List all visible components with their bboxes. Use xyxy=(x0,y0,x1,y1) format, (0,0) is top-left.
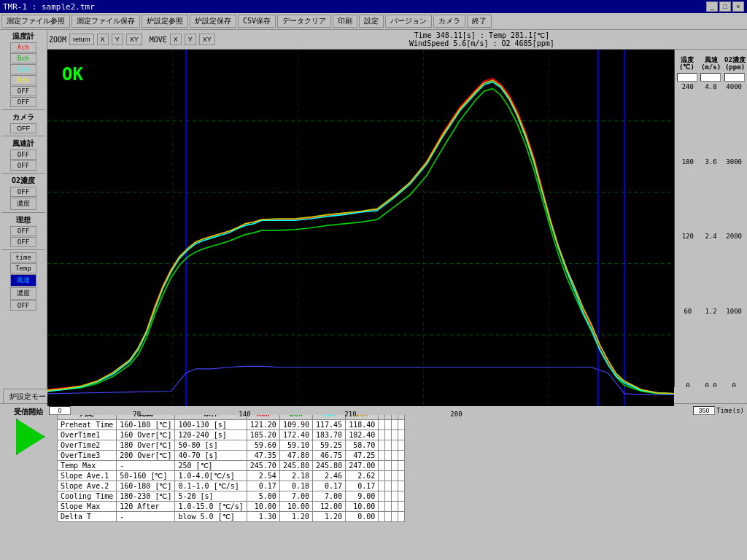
cell-extra xyxy=(398,471,405,481)
move-label: MOVE xyxy=(150,36,167,44)
chart-container[interactable]: OK xyxy=(47,50,674,406)
o2-top-input[interactable]: 5000 xyxy=(724,73,745,82)
wind-top-input[interactable]: 6.0 xyxy=(700,73,721,82)
chart-row: OK xyxy=(47,50,747,406)
titlebar-buttons: _ □ × xyxy=(706,1,744,12)
cell-ach: 5.00 xyxy=(247,491,279,502)
cell-cch: 245.80 xyxy=(313,461,346,471)
tick-row: 1803.63000 xyxy=(676,158,746,166)
move-y-button[interactable]: Y xyxy=(185,34,196,45)
menu-btn-炉設定参照[interactable]: 炉設定参照 xyxy=(142,15,188,28)
cch-button[interactable]: Cch xyxy=(10,64,36,74)
receive-section: 受信開始 xyxy=(3,407,54,559)
cell-dch: 247.00 xyxy=(346,461,379,471)
menu-btn-設定[interactable]: 設定 xyxy=(359,15,384,28)
off2-button[interactable]: OFF xyxy=(10,97,36,107)
top-inputs: 300 6.0 5000 xyxy=(675,71,747,83)
temp-tick-val: 60 xyxy=(676,308,700,315)
cell-cond: 100-130 [s] xyxy=(175,420,247,430)
cell-cch: 46.75 xyxy=(313,451,346,461)
ach-button[interactable]: Ach xyxy=(10,42,36,52)
cell-extra xyxy=(385,512,392,522)
camera-off-button[interactable]: OFF xyxy=(10,123,36,133)
move-x-button[interactable]: X xyxy=(170,34,182,45)
bch-button[interactable]: Bch xyxy=(10,53,36,63)
cell-cond: 50-80 [s] xyxy=(175,440,247,451)
cell-extra xyxy=(398,512,405,522)
cell-judge: Temp Max xyxy=(58,461,117,471)
cell-dch: 0.17 xyxy=(346,481,379,491)
cell-extra xyxy=(398,481,405,491)
x-tick-70: 70 xyxy=(133,411,141,418)
cell-extra xyxy=(392,512,398,522)
table-row: OverTime3200 Over[℃]40-70 [s]47.3547.804… xyxy=(58,451,405,461)
chart-wrapper: ZOOM return X Y XY MOVE X Y XY Time 348.… xyxy=(47,30,747,387)
menu-btn-データクリア[interactable]: データクリア xyxy=(277,15,331,28)
ideal-off2-button[interactable]: OFF xyxy=(10,237,36,247)
minimize-button[interactable]: _ xyxy=(706,1,718,12)
menu-btn-印刷[interactable]: 印刷 xyxy=(333,15,357,28)
menu-btn-測定ファイル保存[interactable]: 測定ファイル保存 xyxy=(71,15,140,28)
cell-judge: OverTime3 xyxy=(58,451,117,461)
cell-extra xyxy=(398,461,405,471)
cell-cond: 1.0-15.0 [℃/s] xyxy=(175,502,247,512)
receive-button[interactable] xyxy=(9,419,45,455)
zoom-return-button[interactable]: return xyxy=(69,34,94,45)
temp-top-input[interactable]: 300 xyxy=(677,73,697,82)
zoom-x-button[interactable]: X xyxy=(97,34,109,45)
o2-dense-button[interactable]: 濃度 xyxy=(10,198,36,210)
o2-tick-val: 3000 xyxy=(722,158,746,166)
off1-button[interactable]: OFF xyxy=(10,86,36,96)
menu-btn-終了[interactable]: 終了 xyxy=(467,15,492,28)
table-row: OverTime1160 Over[℃]120-240 [s]185.20172… xyxy=(58,430,405,440)
dense-mode-button[interactable]: 濃度 xyxy=(10,287,36,300)
cell-extra xyxy=(392,430,398,440)
menu-btn-測定ファイル参照[interactable]: 測定ファイル参照 xyxy=(1,15,70,28)
cell-extra xyxy=(379,461,385,471)
wind-mode-button[interactable]: 風速 xyxy=(10,274,36,287)
temp-axis-header: 温度(℃) xyxy=(675,57,699,71)
zoom-xy-button[interactable]: XY xyxy=(126,34,142,45)
move-xy-button[interactable]: XY xyxy=(199,34,215,45)
zoom-y-button[interactable]: Y xyxy=(112,34,123,45)
menu-btn-カメラ[interactable]: カメラ xyxy=(433,15,465,28)
cell-cch: 117.45 xyxy=(313,420,346,430)
x-start-input[interactable] xyxy=(49,406,71,415)
table-row: Slope Ave.2160-180 [℃]0.1-1.0 [℃/s]0.170… xyxy=(58,481,405,491)
cell-cond: 250 [℃] xyxy=(175,461,247,471)
wind-off2-button[interactable]: OFF xyxy=(10,160,36,171)
menu-btn-バージョン[interactable]: バージョン xyxy=(385,15,432,28)
ideal-label: 理想 xyxy=(1,215,45,225)
menu-btn-CSV保存[interactable]: CSV保存 xyxy=(238,15,276,28)
cell-range: 120 After xyxy=(117,502,175,512)
table-row: Slope Max120 After1.0-15.0 [℃/s]10.0010.… xyxy=(58,502,405,512)
menu-btn-炉設定保存[interactable]: 炉設定保存 xyxy=(190,15,236,28)
x-end-input[interactable] xyxy=(693,406,715,415)
chart-info: Time 348.11[s] : Temp 281.1[℃] WindSpeed… xyxy=(218,31,746,47)
cell-ach: 2.54 xyxy=(247,471,279,481)
time-button[interactable]: time xyxy=(10,252,36,262)
close-button[interactable]: × xyxy=(732,1,744,12)
cell-cch: 0.17 xyxy=(313,481,346,491)
cell-range: 200 Over[℃] xyxy=(117,451,175,461)
cell-extra xyxy=(379,512,385,522)
wind-off1-button[interactable]: OFF xyxy=(10,149,36,160)
o2-tick-val: 2000 xyxy=(722,233,746,240)
cell-judge: OverTime1 xyxy=(58,430,117,440)
cell-bch: 245.80 xyxy=(279,461,312,471)
cell-cond: 40-70 [s] xyxy=(175,451,247,461)
cell-extra xyxy=(392,420,398,430)
dch-button[interactable]: Dch xyxy=(10,75,36,85)
o2-off-button[interactable]: OFF xyxy=(10,187,36,197)
wind-axis-header: 風速(m/s) xyxy=(699,57,723,71)
chart-svg xyxy=(47,50,674,406)
cell-extra xyxy=(379,440,385,451)
cell-ach: 245.70 xyxy=(247,461,279,471)
zoom-label: ZOOM xyxy=(49,36,66,44)
bottom-off-button[interactable]: OFF xyxy=(10,300,36,311)
cell-dch: 2.62 xyxy=(346,471,379,481)
ideal-off1-button[interactable]: OFF xyxy=(10,226,36,236)
maximize-button[interactable]: □ xyxy=(719,1,731,12)
temp-mode-button[interactable]: Temp xyxy=(10,263,36,273)
cell-extra xyxy=(385,430,392,440)
